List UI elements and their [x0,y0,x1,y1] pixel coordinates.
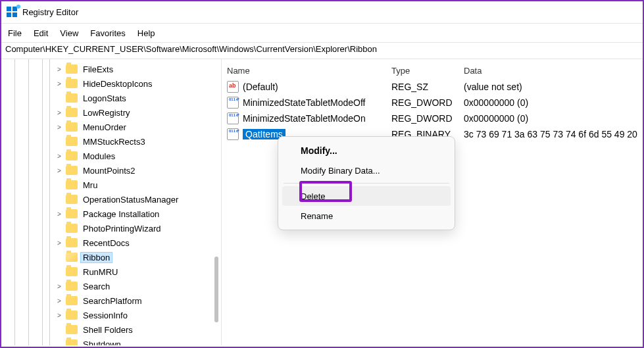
folder-icon [66,238,78,247]
col-header-type[interactable]: Type [391,66,464,76]
ctx-separator [284,183,449,184]
tree-item-package-installation[interactable]: >Package Installation [55,207,221,221]
folder-icon [66,267,78,276]
value-type: REG_DWORD [391,97,464,108]
tree-item-label: Search [80,282,112,291]
tree-item-label: MenuOrder [80,122,129,132]
value-data: 0x00000000 (0) [464,113,637,124]
tree-item-photoprintingwizard[interactable]: PhotoPrintingWizard [55,221,221,236]
tree-item-hidedesktopicons[interactable]: >HideDesktopIcons [55,76,221,91]
expander-icon[interactable]: > [55,66,63,73]
tree-item-label: Shell Folders [80,325,136,335]
folder-icon [66,93,78,103]
tree-item-label: MMStuckRects3 [80,137,148,147]
folder-icon [66,282,78,291]
tree-item-label: LogonStats [80,93,129,103]
expander-icon[interactable]: > [55,283,63,290]
tree-item-operationstatusmanager[interactable]: OperationStatusManager [55,192,221,207]
expander-icon[interactable]: > [55,211,63,218]
tree-item-runmru[interactable]: RunMRU [55,264,221,279]
tree-item-recentdocs[interactable]: >RecentDocs [55,236,221,250]
tree-item-label: SearchPlatform [80,296,145,306]
value-row[interactable]: MinimizedStateTabletModeOffREG_DWORD0x00… [222,95,643,111]
expander-icon[interactable]: > [55,80,63,87]
value-name: (Default) [243,82,278,92]
col-header-data[interactable]: Data [464,66,637,76]
tree-item-menuorder[interactable]: >MenuOrder [55,120,221,134]
value-row[interactable]: (Default)REG_SZ(value not set) [222,79,643,95]
tree-item-fileexts[interactable]: >FileExts [55,62,221,76]
folder-icon [66,325,78,334]
tree-item-mmstuckrects3[interactable]: MMStuckRects3 [55,134,221,149]
value-name: MinimizedStateTabletModeOn [243,113,366,124]
context-menu: Modify... Modify Binary Data... Delete R… [278,136,455,230]
tree-item-shutdown[interactable]: Shutdown [55,337,221,345]
ctx-delete[interactable]: Delete [282,186,451,206]
expander-icon[interactable]: > [55,297,63,305]
tree-item-label: Ribbon [80,252,112,263]
folder-icon [66,166,78,175]
address-bar[interactable]: Computer\HKEY_CURRENT_USER\Software\Micr… [1,42,643,59]
expander-icon[interactable]: > [55,124,63,131]
ctx-modify[interactable]: Modify... [282,141,451,161]
expander-icon[interactable]: > [55,153,63,160]
tree-item-shell-folders[interactable]: Shell Folders [55,322,221,337]
value-row[interactable]: MinimizedStateTabletModeOnREG_DWORD0x000… [222,111,643,126]
tree-item-label: Shutdown [80,339,124,346]
value-type-icon [227,112,239,124]
tree-item-ribbon[interactable]: Ribbon [55,250,221,264]
app-icon [7,7,18,18]
tree-item-label: SessionInfo [80,311,130,320]
menu-file[interactable]: File [8,28,22,38]
value-type: REG_DWORD [391,113,464,124]
expander-icon[interactable]: > [55,239,63,247]
tree-item-mru[interactable]: Mru [55,178,221,192]
tree-item-searchplatform[interactable]: >SearchPlatform [55,293,221,308]
menu-edit[interactable]: Edit [34,28,48,38]
tree-item-sessioninfo[interactable]: >SessionInfo [55,308,221,322]
folder-icon [66,296,78,305]
tree-item-label: HideDesktopIcons [80,79,155,89]
tree-item-lowregistry[interactable]: >LowRegistry [55,105,221,120]
folder-icon [66,79,78,88]
tree-panel: >FileExts>HideDesktopIconsLogonStats>Low… [1,59,222,345]
titlebar: Registry Editor [1,1,643,24]
menu-view[interactable]: View [60,28,78,38]
value-type-icon [227,128,239,140]
menubar: File Edit View Favorites Help [1,24,643,42]
col-header-name[interactable]: Name [227,66,391,76]
ctx-rename[interactable]: Rename [282,206,451,226]
folder-icon [66,195,78,204]
tree-item-search[interactable]: >Search [55,279,221,293]
menu-help[interactable]: Help [137,28,155,38]
expander-icon[interactable]: > [55,312,63,319]
folder-icon [66,137,78,146]
menu-favorites[interactable]: Favorites [90,28,125,38]
tree-item-label: OperationStatusManager [80,195,181,205]
tree-item-modules[interactable]: >Modules [55,149,221,163]
value-type: REG_SZ [391,82,464,92]
expander-icon[interactable]: > [55,109,63,116]
folder-icon [66,151,78,161]
value-data: (value not set) [464,82,637,92]
window-title: Registry Editor [22,7,78,17]
tree-item-label: LowRegistry [80,108,133,118]
ctx-modify-binary[interactable]: Modify Binary Data... [282,161,451,180]
expander-icon[interactable]: > [55,167,63,174]
tree-item-label: Mru [80,180,100,190]
folder-icon [66,64,78,74]
tree-item-logonstats[interactable]: LogonStats [55,91,221,105]
folder-icon [66,253,78,262]
value-type-icon [227,97,239,109]
folder-icon [66,122,78,132]
list-header: Name Type Data [222,62,643,79]
tree-item-label: FileExts [80,64,116,74]
tree-item-label: PhotoPrintingWizard [80,224,164,234]
tree-item-label: MountPoints2 [80,166,138,176]
tree-item-label: Modules [80,151,118,161]
tree-item-label: Package Installation [80,209,162,219]
tree-item-mountpoints2[interactable]: >MountPoints2 [55,163,221,178]
value-data: 0x00000000 (0) [464,97,637,108]
folder-icon [66,209,78,218]
value-type-icon [227,81,239,93]
